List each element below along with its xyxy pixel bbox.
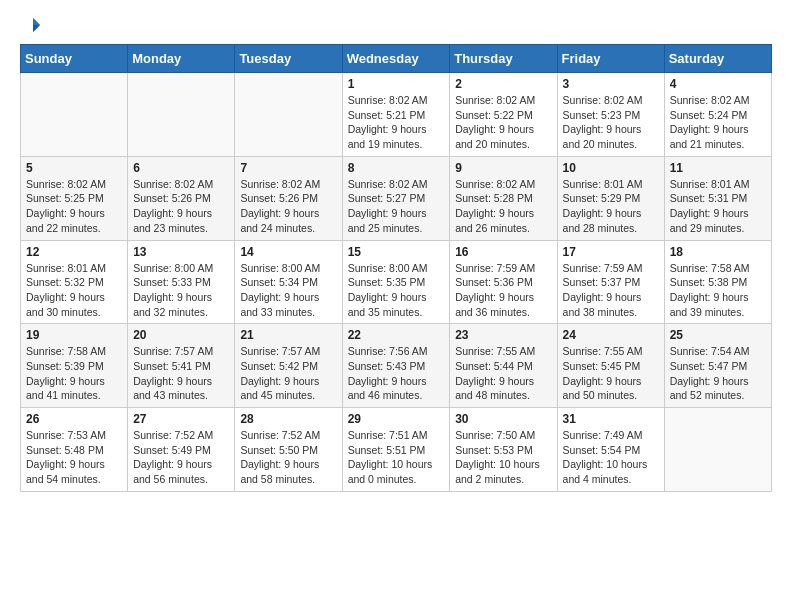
day-number: 14 xyxy=(240,245,336,259)
day-number: 31 xyxy=(563,412,659,426)
calendar-cell: 20Sunrise: 7:57 AMSunset: 5:41 PMDayligh… xyxy=(128,324,235,408)
calendar-cell: 29Sunrise: 7:51 AMSunset: 5:51 PMDayligh… xyxy=(342,408,450,492)
calendar-cell: 9Sunrise: 8:02 AMSunset: 5:28 PMDaylight… xyxy=(450,156,557,240)
day-info: Sunrise: 7:49 AMSunset: 5:54 PMDaylight:… xyxy=(563,428,659,487)
calendar-cell xyxy=(664,408,771,492)
header xyxy=(20,16,772,34)
day-info: Sunrise: 8:02 AMSunset: 5:25 PMDaylight:… xyxy=(26,177,122,236)
day-info: Sunrise: 8:01 AMSunset: 5:31 PMDaylight:… xyxy=(670,177,766,236)
calendar-cell xyxy=(128,73,235,157)
calendar-cell: 17Sunrise: 7:59 AMSunset: 5:37 PMDayligh… xyxy=(557,240,664,324)
day-number: 22 xyxy=(348,328,445,342)
calendar-cell: 15Sunrise: 8:00 AMSunset: 5:35 PMDayligh… xyxy=(342,240,450,324)
calendar-cell: 4Sunrise: 8:02 AMSunset: 5:24 PMDaylight… xyxy=(664,73,771,157)
day-info: Sunrise: 7:58 AMSunset: 5:38 PMDaylight:… xyxy=(670,261,766,320)
calendar-cell: 30Sunrise: 7:50 AMSunset: 5:53 PMDayligh… xyxy=(450,408,557,492)
calendar-cell: 31Sunrise: 7:49 AMSunset: 5:54 PMDayligh… xyxy=(557,408,664,492)
calendar-cell: 22Sunrise: 7:56 AMSunset: 5:43 PMDayligh… xyxy=(342,324,450,408)
day-number: 27 xyxy=(133,412,229,426)
calendar-cell: 25Sunrise: 7:54 AMSunset: 5:47 PMDayligh… xyxy=(664,324,771,408)
day-number: 19 xyxy=(26,328,122,342)
calendar-cell: 7Sunrise: 8:02 AMSunset: 5:26 PMDaylight… xyxy=(235,156,342,240)
calendar-cell: 5Sunrise: 8:02 AMSunset: 5:25 PMDaylight… xyxy=(21,156,128,240)
day-number: 6 xyxy=(133,161,229,175)
day-number: 26 xyxy=(26,412,122,426)
day-info: Sunrise: 7:55 AMSunset: 5:45 PMDaylight:… xyxy=(563,344,659,403)
calendar-cell: 6Sunrise: 8:02 AMSunset: 5:26 PMDaylight… xyxy=(128,156,235,240)
day-info: Sunrise: 7:53 AMSunset: 5:48 PMDaylight:… xyxy=(26,428,122,487)
day-info: Sunrise: 7:52 AMSunset: 5:49 PMDaylight:… xyxy=(133,428,229,487)
day-info: Sunrise: 8:00 AMSunset: 5:35 PMDaylight:… xyxy=(348,261,445,320)
day-info: Sunrise: 8:02 AMSunset: 5:26 PMDaylight:… xyxy=(240,177,336,236)
day-info: Sunrise: 7:58 AMSunset: 5:39 PMDaylight:… xyxy=(26,344,122,403)
day-number: 8 xyxy=(348,161,445,175)
day-info: Sunrise: 7:59 AMSunset: 5:37 PMDaylight:… xyxy=(563,261,659,320)
day-number: 10 xyxy=(563,161,659,175)
day-info: Sunrise: 8:02 AMSunset: 5:26 PMDaylight:… xyxy=(133,177,229,236)
calendar-cell: 18Sunrise: 7:58 AMSunset: 5:38 PMDayligh… xyxy=(664,240,771,324)
calendar-cell: 23Sunrise: 7:55 AMSunset: 5:44 PMDayligh… xyxy=(450,324,557,408)
weekday-header-thursday: Thursday xyxy=(450,45,557,73)
calendar: SundayMondayTuesdayWednesdayThursdayFrid… xyxy=(20,44,772,492)
svg-marker-1 xyxy=(33,25,40,32)
day-number: 5 xyxy=(26,161,122,175)
calendar-cell: 26Sunrise: 7:53 AMSunset: 5:48 PMDayligh… xyxy=(21,408,128,492)
day-number: 12 xyxy=(26,245,122,259)
calendar-cell: 21Sunrise: 7:57 AMSunset: 5:42 PMDayligh… xyxy=(235,324,342,408)
day-number: 24 xyxy=(563,328,659,342)
weekday-header-friday: Friday xyxy=(557,45,664,73)
day-number: 23 xyxy=(455,328,551,342)
day-number: 28 xyxy=(240,412,336,426)
day-number: 1 xyxy=(348,77,445,91)
calendar-cell: 1Sunrise: 8:02 AMSunset: 5:21 PMDaylight… xyxy=(342,73,450,157)
day-info: Sunrise: 7:54 AMSunset: 5:47 PMDaylight:… xyxy=(670,344,766,403)
day-info: Sunrise: 7:59 AMSunset: 5:36 PMDaylight:… xyxy=(455,261,551,320)
calendar-cell: 16Sunrise: 7:59 AMSunset: 5:36 PMDayligh… xyxy=(450,240,557,324)
calendar-cell: 24Sunrise: 7:55 AMSunset: 5:45 PMDayligh… xyxy=(557,324,664,408)
day-number: 9 xyxy=(455,161,551,175)
calendar-cell xyxy=(235,73,342,157)
day-number: 30 xyxy=(455,412,551,426)
day-number: 7 xyxy=(240,161,336,175)
calendar-cell: 14Sunrise: 8:00 AMSunset: 5:34 PMDayligh… xyxy=(235,240,342,324)
day-number: 16 xyxy=(455,245,551,259)
calendar-cell xyxy=(21,73,128,157)
day-number: 17 xyxy=(563,245,659,259)
day-info: Sunrise: 7:57 AMSunset: 5:41 PMDaylight:… xyxy=(133,344,229,403)
day-number: 21 xyxy=(240,328,336,342)
logo xyxy=(20,16,42,34)
day-info: Sunrise: 8:02 AMSunset: 5:23 PMDaylight:… xyxy=(563,93,659,152)
day-info: Sunrise: 8:01 AMSunset: 5:29 PMDaylight:… xyxy=(563,177,659,236)
calendar-cell: 19Sunrise: 7:58 AMSunset: 5:39 PMDayligh… xyxy=(21,324,128,408)
calendar-cell: 3Sunrise: 8:02 AMSunset: 5:23 PMDaylight… xyxy=(557,73,664,157)
calendar-cell: 28Sunrise: 7:52 AMSunset: 5:50 PMDayligh… xyxy=(235,408,342,492)
day-info: Sunrise: 8:02 AMSunset: 5:24 PMDaylight:… xyxy=(670,93,766,152)
day-info: Sunrise: 8:00 AMSunset: 5:34 PMDaylight:… xyxy=(240,261,336,320)
day-info: Sunrise: 7:56 AMSunset: 5:43 PMDaylight:… xyxy=(348,344,445,403)
weekday-header-saturday: Saturday xyxy=(664,45,771,73)
calendar-cell: 27Sunrise: 7:52 AMSunset: 5:49 PMDayligh… xyxy=(128,408,235,492)
weekday-header-monday: Monday xyxy=(128,45,235,73)
day-info: Sunrise: 7:51 AMSunset: 5:51 PMDaylight:… xyxy=(348,428,445,487)
day-number: 29 xyxy=(348,412,445,426)
day-info: Sunrise: 8:02 AMSunset: 5:22 PMDaylight:… xyxy=(455,93,551,152)
day-info: Sunrise: 8:00 AMSunset: 5:33 PMDaylight:… xyxy=(133,261,229,320)
day-info: Sunrise: 8:01 AMSunset: 5:32 PMDaylight:… xyxy=(26,261,122,320)
weekday-header-tuesday: Tuesday xyxy=(235,45,342,73)
day-number: 13 xyxy=(133,245,229,259)
day-info: Sunrise: 8:02 AMSunset: 5:21 PMDaylight:… xyxy=(348,93,445,152)
day-info: Sunrise: 8:02 AMSunset: 5:28 PMDaylight:… xyxy=(455,177,551,236)
calendar-cell: 13Sunrise: 8:00 AMSunset: 5:33 PMDayligh… xyxy=(128,240,235,324)
day-info: Sunrise: 7:55 AMSunset: 5:44 PMDaylight:… xyxy=(455,344,551,403)
day-number: 15 xyxy=(348,245,445,259)
weekday-header-wednesday: Wednesday xyxy=(342,45,450,73)
day-number: 25 xyxy=(670,328,766,342)
day-number: 4 xyxy=(670,77,766,91)
calendar-cell: 11Sunrise: 8:01 AMSunset: 5:31 PMDayligh… xyxy=(664,156,771,240)
day-info: Sunrise: 7:50 AMSunset: 5:53 PMDaylight:… xyxy=(455,428,551,487)
calendar-cell: 8Sunrise: 8:02 AMSunset: 5:27 PMDaylight… xyxy=(342,156,450,240)
calendar-cell: 12Sunrise: 8:01 AMSunset: 5:32 PMDayligh… xyxy=(21,240,128,324)
day-number: 18 xyxy=(670,245,766,259)
weekday-header-sunday: Sunday xyxy=(21,45,128,73)
svg-marker-0 xyxy=(33,18,40,25)
